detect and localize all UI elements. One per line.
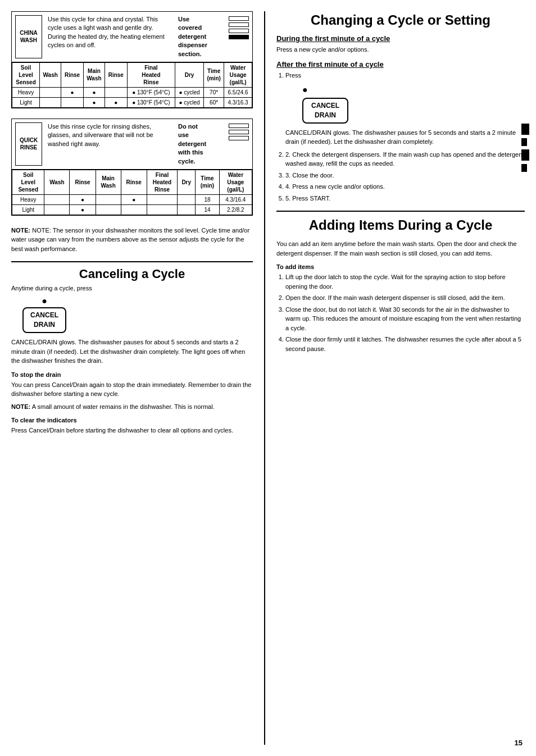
qr-col-final: FinalHeatedRinse (147, 170, 177, 194)
col-rinse: Rinse (61, 62, 83, 87)
after-step-4: 4. Press a new cycle and/or options. (285, 182, 525, 192)
after-step-2: 2. Check the detergent dispensers. If th… (285, 150, 525, 168)
qr-col-rinse2: Rinse (121, 170, 147, 194)
qr-col-dry: Dry (178, 170, 196, 194)
after-step-3: 3. Close the door. (285, 171, 525, 180)
sidebar-mark-3 (521, 149, 529, 161)
quick-rinse-table: SoilLevelSensed Wash Rinse MainWash Rins… (12, 170, 252, 215)
after-step-1: Press ● CANCELDRAIN CANCEL/DRAIN glows. … (285, 71, 525, 147)
qr-col-wash: Wash (44, 170, 70, 194)
note-water: NOTE: A small amount of water remains in… (11, 402, 253, 412)
adding-heading: Adding Items During a Cycle (276, 216, 525, 234)
add-step-1: Lift up the door latch to stop the cycle… (285, 272, 525, 291)
after-first-steps: Press ● CANCELDRAIN CANCEL/DRAIN glows. … (285, 71, 525, 203)
qr-col-main-wash: MainWash (96, 170, 121, 194)
qr-col-water: WaterUsage(gal/L) (219, 170, 252, 194)
col-wash: Wash (40, 62, 61, 87)
press-cancel-dot: ● (302, 83, 308, 97)
quick-rinse-block: QUICKRINSE Use this rinse cycle for rins… (11, 119, 253, 216)
qr-disp-line-3 (229, 136, 249, 140)
canceling-heading: Canceling a Cycle (11, 267, 253, 281)
col-final: FinalHeatedRinse (127, 62, 175, 87)
dispenser-diagram (229, 15, 249, 58)
add-step-2: Open the door. If the main wash detergen… (285, 293, 525, 303)
disp-line-1 (229, 16, 249, 21)
cancel-drain-body: CANCEL/DRAIN glows. The dishwasher pause… (11, 338, 253, 366)
qr-col-rinse: Rinse (70, 170, 96, 194)
col-soil: SoilLevelSensed (12, 62, 40, 87)
col-dry: Dry (175, 62, 204, 87)
col-time: Time(min) (204, 62, 224, 87)
quick-rinse-dispenser-diagram (229, 122, 249, 166)
disp-line-2 (229, 22, 249, 27)
first-minute-heading: During the first minute of a cycle (276, 34, 525, 43)
add-items-steps: Lift up the door latch to stop the cycle… (285, 272, 525, 353)
stop-drain-body: You can press Cancel/Drain again to stop… (11, 380, 253, 399)
china-wash-description: Use this cycle for china and crystal. Th… (48, 15, 172, 58)
qr-row-heavy: Heavy ● ● 18 4.3/16.4 (12, 194, 252, 204)
cancel-drain-button-wrap: ● CANCELDRAIN (22, 296, 66, 333)
add-step-3: Close the door, but do not latch it. Wai… (285, 305, 525, 333)
sidebar-marks (521, 124, 529, 172)
sensor-note: NOTE: NOTE: The sensor in your dishwashe… (11, 226, 253, 254)
after-first-heading: After the first minute of a cycle (276, 60, 525, 69)
press-cancel-button: CANCELDRAIN (302, 98, 348, 124)
col-water: WaterUsage(gal/L) (224, 62, 252, 87)
sidebar-mark-2 (521, 138, 527, 146)
stop-drain-heading: To stop the drain (11, 371, 253, 378)
quick-rinse-side: Do not use detergent with this cycle. (178, 122, 223, 166)
changing-heading: Changing a Cycle or Setting (276, 11, 525, 29)
after-step-5: 5. Press START. (285, 194, 525, 203)
section-divider-cancel (11, 261, 253, 262)
china-wash-side: Use covered detergent dispenser section. (178, 15, 223, 58)
right-column: Changing a Cycle or Setting During the f… (264, 11, 525, 745)
china-wash-label: CHINAWASH (15, 15, 42, 58)
col-rinse2: Rinse (105, 62, 127, 87)
section-divider-adding (276, 211, 525, 212)
after-step-1-body: CANCEL/DRAIN glows. The dishwasher pause… (285, 128, 525, 147)
qr-disp-line-1 (229, 124, 249, 128)
china-row-heavy: Heavy ● ● ● 130°F (54°C) ● cycled 70* 6.… (12, 87, 252, 97)
adding-body: You can add an item anytime before the m… (276, 239, 525, 258)
sidebar-mark-1 (521, 124, 529, 135)
quick-rinse-description: Use this rinse cycle for rinsing dishes,… (48, 122, 172, 166)
clear-indicators-body: Press Cancel/Drain before starting the d… (11, 426, 253, 435)
china-wash-table: SoilLevelSensed Wash Rinse MainWash Rins… (12, 62, 252, 108)
qr-row-light: Light ● 14 2.2/8.2 (12, 204, 252, 215)
add-items-heading: To add items (276, 263, 525, 270)
first-minute-body: Press a new cycle and/or options. (276, 45, 525, 54)
china-row-light: Light ● ● ● 130°F (54°C) ● cycled 60* 4.… (12, 97, 252, 107)
cancel-dot: ● (42, 296, 47, 306)
col-main-wash: MainWash (83, 62, 105, 87)
press-cancel-wrap: ● CANCELDRAIN (302, 83, 525, 124)
quick-rinse-label: QUICKRINSE (15, 122, 42, 166)
left-column: CHINAWASH Use this cycle for china and c… (11, 11, 253, 745)
page-number: 15 (515, 739, 523, 747)
cancel-drain-button: CANCELDRAIN (22, 307, 66, 333)
add-step-4: Close the door firmly until it latches. … (285, 335, 525, 353)
disp-line-3 (229, 29, 249, 33)
disp-line-4 (229, 35, 249, 39)
clear-indicators-heading: To clear the indicators (11, 417, 253, 423)
anytime-text: Anytime during a cycle, press (11, 285, 253, 292)
qr-disp-line-2 (229, 130, 249, 134)
qr-col-time: Time(min) (196, 170, 219, 194)
china-wash-block: CHINAWASH Use this cycle for china and c… (11, 11, 253, 108)
sidebar-mark-4 (521, 164, 527, 172)
qr-col-soil: SoilLevelSensed (12, 170, 44, 194)
